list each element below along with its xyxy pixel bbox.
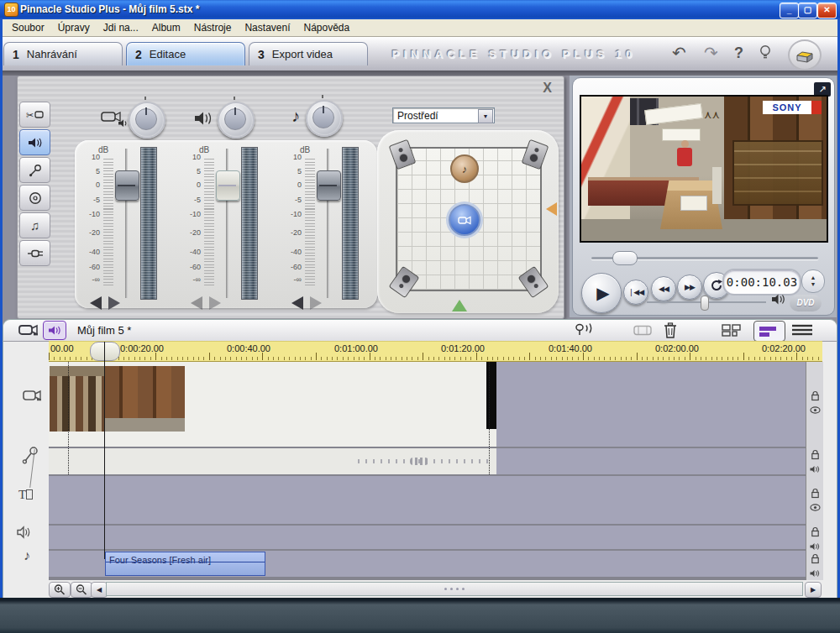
- pan-right-handle[interactable]: [546, 202, 557, 216]
- video-track[interactable]: [49, 362, 806, 447]
- pan-bottom-handle[interactable]: [452, 300, 467, 311]
- balance-right-arrow[interactable]: [108, 296, 120, 310]
- playhead-line[interactable]: [104, 342, 105, 559]
- lock-icon[interactable]: [811, 526, 820, 537]
- redo-icon[interactable]: ↷: [704, 44, 718, 61]
- sound-effect-fader[interactable]: [216, 170, 240, 201]
- speaker-icon[interactable]: [810, 569, 820, 578]
- speaker-icon[interactable]: [810, 542, 820, 551]
- balance-right-arrow[interactable]: [310, 296, 322, 310]
- speaker-front-left-icon: [389, 139, 417, 170]
- help-icon[interactable]: ?: [734, 44, 743, 61]
- sound-effect-balance-knob[interactable]: [218, 102, 255, 139]
- dvd-toggle-button[interactable]: DVD: [790, 295, 822, 311]
- video-toolbox-button[interactable]: [18, 323, 39, 337]
- music-track[interactable]: Four Seasons [Fresh air]: [49, 551, 806, 577]
- speaker-front-right-icon: [522, 139, 549, 170]
- surround-preset-select[interactable]: Prostředí ▼: [392, 107, 495, 123]
- menu-jdi-na[interactable]: Jdi na...: [97, 20, 145, 35]
- fast-forward-button[interactable]: ▶▶: [677, 275, 702, 300]
- player-scrubber-handle[interactable]: [612, 251, 638, 265]
- sound-effect-track[interactable]: [49, 526, 806, 549]
- music-balance-knob[interactable]: [306, 100, 343, 137]
- menu-nastroje[interactable]: Nástroje: [187, 20, 239, 35]
- timeline-scrubber-handle[interactable]: [90, 342, 120, 361]
- text-view-icon[interactable]: [791, 324, 813, 337]
- title-track-state: [806, 488, 823, 511]
- title-track[interactable]: [49, 476, 806, 524]
- scrollbar-grip: [444, 588, 465, 590]
- marker-icon[interactable]: [575, 323, 596, 337]
- eye-icon[interactable]: [810, 406, 821, 414]
- music-clip[interactable]: Four Seasons [Fresh air]: [105, 552, 265, 576]
- tab-export-videa[interactable]: 3 Export videa: [249, 42, 368, 65]
- speaker-icon[interactable]: [771, 293, 785, 306]
- video-pan-puck[interactable]: [449, 204, 480, 236]
- svg-text:✂: ✂: [26, 110, 34, 120]
- timeline-view-button[interactable]: [753, 321, 785, 342]
- audio-effects-tool[interactable]: [19, 240, 50, 266]
- menu-napoveda[interactable]: Nápověda: [297, 20, 356, 35]
- volume-line[interactable]: [106, 562, 265, 562]
- zoom-out-button[interactable]: [71, 582, 92, 598]
- tab-nahravani[interactable]: 1 Nahrávání: [3, 42, 123, 65]
- premium-content-button[interactable]: [788, 39, 822, 71]
- tab-editace[interactable]: 2 Editace: [126, 42, 245, 65]
- horizontal-scrollbar[interactable]: [106, 582, 803, 596]
- rewind-button[interactable]: ◀◀: [651, 276, 676, 301]
- undo-icon[interactable]: ↶: [672, 44, 686, 61]
- audio-toolbox-button[interactable]: [43, 321, 66, 340]
- balance-right-arrow[interactable]: [209, 296, 221, 310]
- balance-left-arrow[interactable]: [191, 296, 202, 310]
- music-fader[interactable]: [317, 170, 341, 201]
- cd-audio-tool[interactable]: [19, 185, 50, 211]
- razor-icon[interactable]: [633, 325, 652, 336]
- tracks-area: Four Seasons [Fresh air]: [49, 362, 806, 580]
- menu-nastaveni[interactable]: Nastavení: [238, 20, 297, 35]
- lock-icon[interactable]: [811, 390, 820, 401]
- chevron-down-icon[interactable]: ▼: [478, 109, 493, 123]
- clip-properties-tool[interactable]: ✂: [19, 102, 50, 128]
- app-icon: 10: [4, 3, 18, 17]
- toolbox-close-button[interactable]: X: [543, 81, 552, 96]
- original-audio-balance-knob[interactable]: [129, 102, 165, 139]
- balance-left-arrow[interactable]: [291, 296, 303, 310]
- eye-icon[interactable]: [810, 504, 821, 511]
- voiceover-tool[interactable]: [19, 157, 50, 183]
- trash-icon[interactable]: [664, 322, 677, 338]
- volume-mixer-tool[interactable]: [19, 129, 50, 155]
- maximize-button[interactable]: ▢: [798, 3, 817, 18]
- storyboard-view-icon[interactable]: [722, 324, 743, 337]
- background-music-tool[interactable]: ♫: [19, 212, 50, 238]
- music-track-state: [806, 553, 823, 578]
- fader-music: dB 1050-5-10-20-40-60-∞: [276, 140, 377, 308]
- lock-icon[interactable]: [811, 449, 820, 460]
- player-panel: ↗ ⋏⋏ SONY ▶: [570, 76, 837, 317]
- menu-upravy[interactable]: Úpravy: [51, 20, 97, 35]
- scroll-left-button[interactable]: ◀: [91, 582, 108, 598]
- balance-left-arrow[interactable]: [90, 296, 102, 310]
- minimize-button[interactable]: _: [780, 3, 799, 18]
- original-audio-track[interactable]: [49, 448, 806, 474]
- menu-soubor[interactable]: Soubor: [5, 20, 51, 35]
- speaker-icon[interactable]: [810, 465, 820, 473]
- video-clip[interactable]: [49, 362, 496, 447]
- title-bar[interactable]: 10 Pinnacle Studio Plus - Můj film 5.stx…: [0, 0, 840, 19]
- music-pan-puck[interactable]: ♪: [450, 154, 479, 183]
- go-to-start-button[interactable]: ❘◀◀: [623, 280, 648, 305]
- speaker-rear-left-icon: [389, 266, 420, 298]
- video-track-state: [806, 390, 823, 414]
- menu-album[interactable]: Album: [145, 20, 187, 35]
- zoom-in-button[interactable]: [49, 582, 71, 598]
- volume-slider-handle[interactable]: [701, 296, 709, 311]
- lock-icon[interactable]: [811, 488, 820, 499]
- surround-grid[interactable]: ♪: [396, 147, 542, 291]
- tip-bulb-icon[interactable]: [759, 44, 771, 61]
- lock-icon[interactable]: [811, 553, 820, 564]
- original-audio-fader[interactable]: [115, 170, 139, 201]
- play-button[interactable]: ▶: [581, 273, 622, 313]
- timecode-spinner[interactable]: ▲▼: [801, 269, 825, 293]
- scroll-right-button[interactable]: ▶: [805, 582, 822, 598]
- time-ruler[interactable]: 00.00 0:00:20.00 0:00:40.00 0:01:00.00 0…: [49, 341, 822, 362]
- close-button[interactable]: ✕: [817, 3, 837, 18]
